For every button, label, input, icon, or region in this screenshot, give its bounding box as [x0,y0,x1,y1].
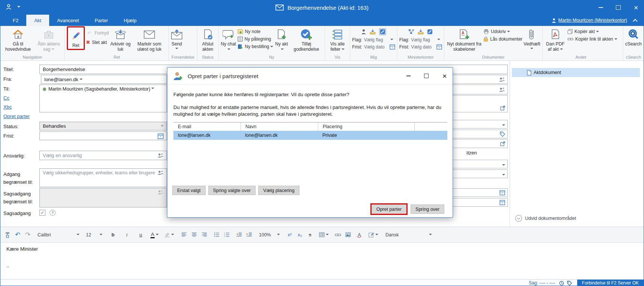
cc-link[interactable]: Cc [3,95,9,101]
insert-link-icon[interactable] [334,231,341,239]
status-select[interactable]: Behandles [39,122,167,130]
tag-icon[interactable] [567,281,572,286]
clear-flag-icon[interactable] [427,29,433,35]
from-input[interactable]: lone@larsen.dk [41,75,167,84]
people-icon[interactable] [499,87,505,92]
maximize-button[interactable] [616,5,621,10]
flag-select[interactable]: Vælg flag [411,37,430,42]
tab-f2[interactable]: F2 [5,15,26,26]
editor-body[interactable]: Kære Minister .. [0,243,644,279]
new-record-button[interactable]: Ny akt [274,26,289,52]
dropdown-caret-icon[interactable] [502,124,505,127]
italic-button[interactable]: i [123,231,130,239]
table-button[interactable] [319,231,329,239]
strikethrough-button[interactable]: s [307,231,313,239]
dropdown-caret-icon[interactable] [502,174,505,177]
tab-akt[interactable]: Akt [26,15,49,26]
calendar-icon[interactable]: 7 [500,200,505,205]
inbox-flag-icon[interactable] [418,29,424,35]
access-restricted-input[interactable]: Vælg sikkerhedsgrupper, enheder, teams e… [39,168,167,187]
account-link[interactable]: Martin Mouritzen (Ministerkontor) [552,15,627,26]
table-row-selected[interactable]: lone@larsen.dk lone@larsen.dk Private [173,131,447,140]
csearch-button[interactable]: cSearch [625,26,642,47]
goto-main-window-button[interactable]: Gå til hovedvindue [2,26,34,52]
people-icon[interactable] [499,77,505,82]
deadline-select[interactable]: Vælg dato [411,44,432,50]
insert-image-icon[interactable] [345,231,351,239]
copy-link-button[interactable]: Kopiér link til akten [567,36,617,42]
create-parties-button[interactable]: Opret parter [372,204,406,214]
tab-parter[interactable]: Parter [87,15,116,26]
redo-icon[interactable]: ↷ [24,231,31,239]
people-icon[interactable] [157,153,164,158]
align-center-icon[interactable] [191,231,197,239]
undo-icon[interactable]: ↶ [14,231,21,239]
font-color-button[interactable]: A [150,231,159,239]
decrease-indent-icon[interactable] [236,231,242,239]
edit-record-button[interactable]: Ret [71,27,81,48]
skip-button[interactable]: Spring over [411,204,444,214]
print-button[interactable]: Udskriv [483,29,522,34]
dropdown-caret-icon[interactable] [80,79,83,82]
replace-selected-button[interactable]: Erstat valgt [172,186,206,195]
column-header-email[interactable]: E-mail [173,123,241,131]
copy-record-button[interactable]: Kopiér akt [567,29,617,34]
xbc-link[interactable]: Xbc [3,104,12,110]
dialog-maximize-button[interactable] [424,74,429,78]
font-size-select[interactable]: 12 [86,232,102,238]
calendar-icon[interactable]: 7 [158,133,164,139]
calendar-icon[interactable]: 7 [500,190,505,195]
dropdown-caret-icon[interactable] [390,39,393,42]
minimize-button[interactable] [599,7,603,8]
dialog-minimize-button[interactable] [406,76,411,76]
close-button[interactable]: ✕ [633,5,638,11]
expand-icon[interactable] [500,141,505,146]
new-chat-button[interactable]: Ny chat [221,26,236,52]
people-icon[interactable] [157,170,164,175]
column-header-placering[interactable]: Placering [318,123,414,131]
opret-parter-link[interactable]: Opret parter [3,113,30,119]
delete-record-button[interactable]: ✖ Slet akt [86,39,109,45]
add-approval-button[interactable]: Tilføj godkendelse [290,26,323,52]
dropdown-caret-icon[interactable] [161,125,164,128]
font-family-select[interactable]: Calibri [38,232,80,238]
new-annotation-button[interactable]: Ny påtegning [238,36,274,42]
bold-button[interactable]: b [110,231,116,239]
attach-button[interactable]: Vedhæft [524,26,540,51]
org-unit-icon[interactable] [408,29,414,34]
collapse-ribbon-icon[interactable] [633,19,638,24]
format-painter-icon[interactable] [4,231,11,239]
dropdown-caret-icon[interactable] [151,88,154,91]
language-select[interactable]: Dansk [385,232,399,238]
new-request-button[interactable]: Ny bestilling [238,44,274,49]
expand-document-area-button[interactable]: Udvid dokumentområdet [515,215,576,222]
clear-flag-icon[interactable] [379,28,386,35]
deadline-input[interactable]: 7 [39,132,167,140]
spellcheck-icon[interactable]: A [356,231,363,239]
calendar-icon[interactable]: 7 [436,44,442,50]
edit-mode-icon[interactable] [369,231,378,239]
expand-icon[interactable] [500,106,505,110]
column-header-navn[interactable]: Navn [241,123,318,131]
dropdown-caret-icon[interactable] [429,234,432,237]
tab-hjaelp[interactable]: Hjælp [116,15,144,26]
align-left-icon[interactable] [181,231,187,239]
send-button[interactable]: Send [171,26,183,51]
deadline-select[interactable]: Vælg dato [364,44,385,50]
increase-indent-icon[interactable] [246,231,253,239]
new-note-button[interactable]: Ny note [238,29,274,34]
choose-placement-button[interactable]: Vælg placering [258,186,299,195]
dropdown-caret-icon[interactable] [502,164,505,167]
bullet-list-icon[interactable] [213,231,220,239]
mark-unread-close-button[interactable]: Markér som ulæst og luk [132,26,167,52]
underline-button[interactable]: u [137,231,144,239]
zoom-select[interactable]: 100% [259,232,280,238]
to-input[interactable]: Martin Mouritzen (Sagsbehandler, Ministe… [39,85,167,112]
new-document-from-template-button[interactable]: A Nyt dokument fra skabeloner [446,26,482,52]
lock-documents-button[interactable]: Lås dokumenter [483,36,522,42]
tab-avanceret[interactable]: Avanceret [49,15,87,26]
superscript-button[interactable]: x² [286,231,293,239]
responsible-input[interactable]: Vælg en ansvarlig [39,151,167,160]
calendar-icon[interactable]: 7 [390,44,395,50]
flag-select[interactable]: Vælg flag [364,37,383,42]
